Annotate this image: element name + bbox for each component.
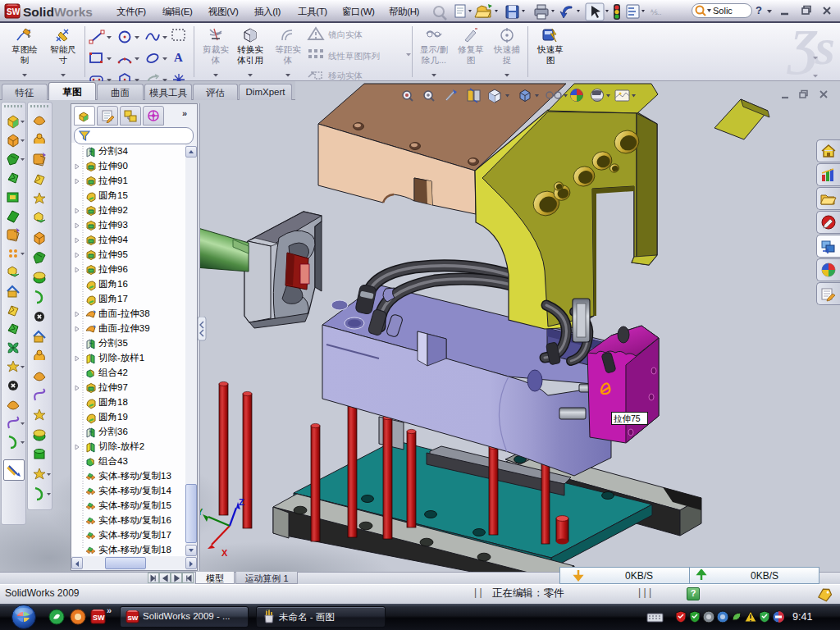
svg-text:SolidWorks: SolidWorks (23, 5, 93, 19)
svg-text:A: A (174, 51, 183, 64)
svg-text:拉伸96: 拉伸96 (98, 264, 128, 274)
svg-text:组合42: 组合42 (98, 368, 128, 377)
svg-text:实体-移动/复制16: 实体-移动/复制16 (98, 515, 171, 525)
svg-text:组合43: 组合43 (98, 456, 128, 466)
svg-text:曲面-拉伸39: 曲面-拉伸39 (98, 323, 150, 333)
svg-text:曲面-拉伸38: 曲面-拉伸38 (98, 308, 150, 318)
svg-text:⅍..: ⅍.. (651, 8, 662, 16)
svg-text:分割34: 分割34 (98, 146, 128, 156)
svg-text:圆角19: 圆角19 (98, 412, 128, 422)
svg-text:实体-移动/复制18: 实体-移动/复制18 (98, 545, 171, 555)
svg-text:圆角17: 圆角17 (98, 294, 128, 304)
svg-text:切除-放样1: 切除-放样1 (98, 353, 144, 363)
svg-text:拉伸97: 拉伸97 (98, 382, 128, 392)
svg-text:SW: SW (93, 614, 105, 622)
svg-text:切除-放样2: 切除-放样2 (98, 441, 144, 451)
svg-text:SW: SW (7, 7, 21, 16)
svg-text:SW: SW (128, 614, 139, 622)
svg-text:实体-移动/复制17: 实体-移动/复制17 (98, 530, 171, 540)
svg-text:拉伸90: 拉伸90 (98, 161, 128, 171)
svg-text:圆角15: 圆角15 (98, 190, 128, 200)
svg-text:拉伸92: 拉伸92 (98, 205, 128, 215)
svg-text:Z: Z (239, 497, 244, 507)
svg-text:X: X (221, 548, 228, 558)
svg-text:分割36: 分割36 (98, 427, 128, 436)
svg-text:拉伸95: 拉伸95 (98, 249, 128, 259)
svg-text:实体-移动/复制13: 实体-移动/复制13 (98, 471, 171, 481)
svg-text:圆角16: 圆角16 (98, 279, 128, 289)
svg-text:实体-移动/复制14: 实体-移动/复制14 (98, 486, 171, 495)
svg-text:拉伸91: 拉伸91 (98, 176, 128, 185)
svg-text:拉伸94: 拉伸94 (98, 235, 128, 244)
svg-text:实体-移动/复制15: 实体-移动/复制15 (98, 500, 171, 510)
svg-text:拉伸93: 拉伸93 (98, 220, 128, 230)
svg-text:圆角18: 圆角18 (98, 397, 128, 407)
svg-text:Solic: Solic (713, 6, 733, 16)
svg-text:分割35: 分割35 (98, 338, 128, 348)
